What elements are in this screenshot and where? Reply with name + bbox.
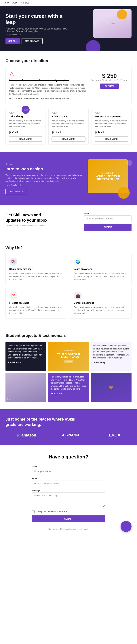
why-card-4-title: Career placement — [74, 302, 128, 304]
email-input[interactable] — [84, 216, 132, 222]
contact-form: Name Email Message I accept the TERMS OF… — [32, 465, 105, 522]
message-field-group: Message — [32, 490, 105, 508]
nav-contact[interactable]: Contact — [21, 2, 28, 4]
choose-section: Choose your direction ⚠ How to make the … — [0, 51, 137, 152]
testimonial-1: I landed my first job before graduation … — [5, 342, 46, 371]
membership-warning: Don't forget to remove this message befo… — [9, 97, 88, 100]
why-card-2: 🌍 Learn anywhere Convenient payment plan… — [70, 254, 132, 285]
newsletter-title: Get Skill news and updates to your inbox… — [5, 212, 57, 223]
intro-tag: Beginner — [5, 163, 84, 165]
hero-circle-orange — [117, 9, 127, 20]
places-title: Just some of the places where eSkill gra… — [5, 417, 79, 427]
newsletter-form: Email SUBMIT — [84, 212, 132, 231]
study-icon: 📚 — [9, 258, 17, 266]
read-more-btn-3[interactable]: READ MORE — [95, 136, 129, 142]
alert-icon: ⚠ — [9, 71, 88, 77]
newsletter-subtitle: Sample text. Click to select the Text El… — [5, 224, 79, 227]
why-card-4: 💼 Career placement Convenient payment pl… — [70, 288, 132, 319]
buy-now-button[interactable]: BUY NOW — [100, 84, 119, 89]
testimonials-row1: I landed my first job before graduation … — [5, 342, 132, 371]
why-card-1: 📚 Study now. Pay later Convenient paymen… — [5, 254, 67, 285]
test-person-img: Photo — [5, 373, 46, 402]
testimonial-3: I landed my first job before graduation … — [91, 342, 132, 371]
why-card-4-desc: Convenient payment plans enable you to d… — [74, 306, 128, 315]
why-card-2-desc: Convenient payment plans enable you to d… — [74, 272, 128, 281]
course-price-1: $ 250 — [8, 130, 42, 134]
course-title-1: UX/UI design — [8, 115, 42, 118]
hero-section: Start your career with a leap Want your … — [0, 6, 137, 51]
course-price-3: $ 450 — [95, 130, 129, 134]
name-input[interactable] — [32, 468, 105, 475]
hero-buttons: SEE ALL OUR CONTACT — [5, 38, 68, 44]
intro-description: This comprehensive webinar gives you the… — [5, 174, 84, 183]
intro-image-credit: Image from Freepik — [5, 184, 84, 186]
terms-row: I accept the TERMS OF SERVICE — [32, 510, 105, 513]
see-all-button[interactable]: SEE ALL — [5, 38, 20, 44]
course-card-1: -50% #Course UX/UI design Acquire master… — [5, 109, 45, 145]
membership-left: ⚠ How to make the most of a membership t… — [9, 71, 88, 100]
terms-text: I accept the — [36, 510, 46, 513]
testimonials-section: Student projects & testimonials I landed… — [0, 326, 137, 409]
terms-checkbox[interactable] — [32, 510, 34, 513]
why-card-3: 📅 Flexible timetable Convenient payment … — [5, 288, 67, 319]
membership-right: $ 250 Sample text. Click to select the T… — [91, 71, 128, 100]
intro-title: Intro to Web design — [5, 167, 84, 172]
message-label: Message — [32, 490, 105, 492]
testimonials-row2: Photo I landed my first job before gradu… — [5, 373, 132, 402]
testimonial-2-img: digitalBRAND YOUR BUSINESS IN THE BEST H… — [48, 342, 89, 371]
membership-price: $ 250 — [102, 72, 117, 79]
test2-img-line2: THE BEST HANDS — [58, 356, 79, 358]
intro-text: Beginner Intro to Web design This compre… — [5, 163, 84, 194]
our-contact-button[interactable]: OUR CONTACT — [21, 38, 42, 44]
message-textarea[interactable] — [32, 492, 105, 507]
contact-section: Have a question? Name Email Message I ac… — [0, 445, 137, 536]
membership-description: The section below is where you should sh… — [9, 83, 88, 96]
logos-row: 🛒 amazon ◆ BINANCE Ξ EVGA — [5, 433, 132, 438]
why-card-1-desc: Convenient payment plans enable you to d… — [9, 272, 63, 281]
course-tag-2: #Course — [51, 112, 85, 114]
newsletter-left: Get Skill news and updates to your inbox… — [5, 212, 79, 226]
read-more-btn-2[interactable]: READ MORE — [51, 136, 85, 142]
membership-title: How to make the most of a membership tem… — [9, 79, 88, 82]
course-card-2: #Course HTML & CSS Acquire mastery in le… — [48, 109, 88, 145]
evga-label: EVGA — [109, 433, 120, 438]
newsletter-submit-button[interactable]: SUBMIT — [84, 224, 132, 231]
testimonial-4-author: Nick Larson — [51, 392, 86, 395]
terms-link[interactable]: TERMS OF SERVICE — [48, 510, 68, 513]
course-desc-2: Acquire mastery in leading platforms and… — [51, 120, 85, 128]
course-title-3: Product management — [95, 115, 129, 118]
contact-email-input[interactable] — [32, 480, 105, 487]
why-grid: 📚 Study now. Pay later Convenient paymen… — [5, 254, 132, 318]
contact-title: Have a question? — [5, 454, 132, 460]
testimonial-4-text: I landed my first job before graduation … — [51, 375, 86, 390]
intro-circle-orange — [118, 187, 130, 199]
why-section: Why Us? 📚 Study now. Pay later Convenien… — [0, 238, 137, 326]
testimonial-1-text: I landed my first job before graduation … — [8, 344, 44, 359]
course-title-2: HTML & CSS — [51, 115, 85, 118]
why-card-2-title: Learn anywhere — [74, 268, 128, 270]
nav-about[interactable]: About — [12, 2, 18, 4]
intro-contact-button[interactable]: OUR CONTACT — [5, 189, 26, 194]
newsletter-section: Get Skill news and updates to your inbox… — [0, 205, 137, 238]
test-hand-img: 🤝 — [91, 373, 132, 402]
intro-img-text1: YOUR BUSINESS IN — [96, 175, 120, 178]
testimonial-4: I landed my first job before graduation … — [48, 373, 89, 402]
read-more-btn-1[interactable]: READ MORE — [8, 136, 42, 142]
email-field-group: Email — [32, 477, 105, 487]
amazon-label: amazon — [21, 433, 36, 438]
career-icon: 💼 — [74, 292, 82, 300]
intro-section: Beginner Intro to Web design This compre… — [0, 152, 137, 205]
floating-circle-button[interactable]: ↑ — [121, 521, 132, 532]
why-card-3-desc: Convenient payment plans enable you to d… — [9, 306, 63, 315]
contact-submit-button[interactable]: SUBMIT — [32, 516, 105, 522]
testimonial-3-text: I landed my first job before graduation … — [93, 344, 129, 359]
contact-footer-note: Sample text. Click to select the Text El… — [5, 526, 132, 532]
testimonial-1-author: Paul Hudson — [8, 361, 44, 364]
places-section: Just some of the places where eSkill gra… — [0, 409, 137, 445]
hero-description: Want your future to start right now? We'… — [5, 28, 68, 32]
course-desc-3: Acquire mastery in leading platforms and… — [95, 120, 129, 128]
hero-circle-purple — [86, 40, 101, 51]
nav-home[interactable]: Home — [4, 2, 9, 4]
why-card-1-title: Study now. Pay later — [9, 268, 63, 270]
contact-email-label: Email — [32, 477, 105, 480]
